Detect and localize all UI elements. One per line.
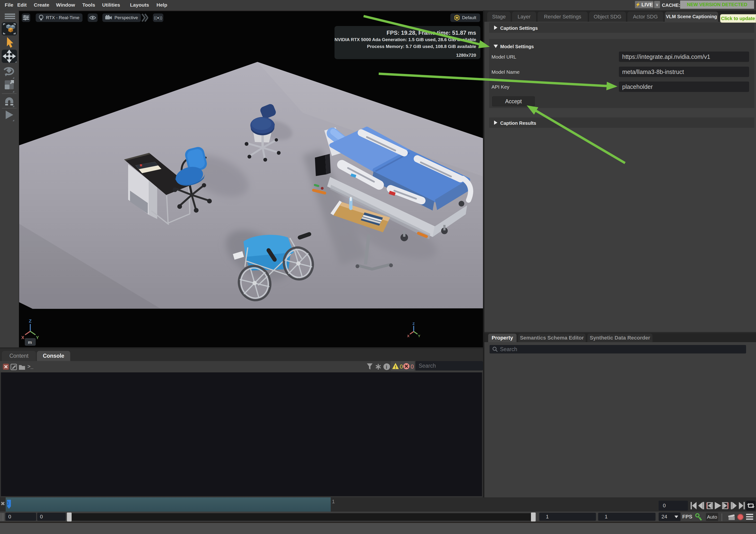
svg-text:!: ! [395,365,396,369]
svg-text:Z: Z [29,318,32,323]
svg-text:Y: Y [418,334,420,338]
svg-text:i: i [386,364,387,370]
svg-text:X: X [407,334,409,338]
svg-text:Y: Y [36,335,39,340]
svg-text:Z: Z [413,321,415,326]
svg-text:0: 0 [411,364,414,370]
svg-text:m: m [28,340,32,345]
svg-text:X: X [21,335,24,340]
svg-text:0: 0 [400,364,403,370]
svg-text:0: 0 [6,501,9,506]
